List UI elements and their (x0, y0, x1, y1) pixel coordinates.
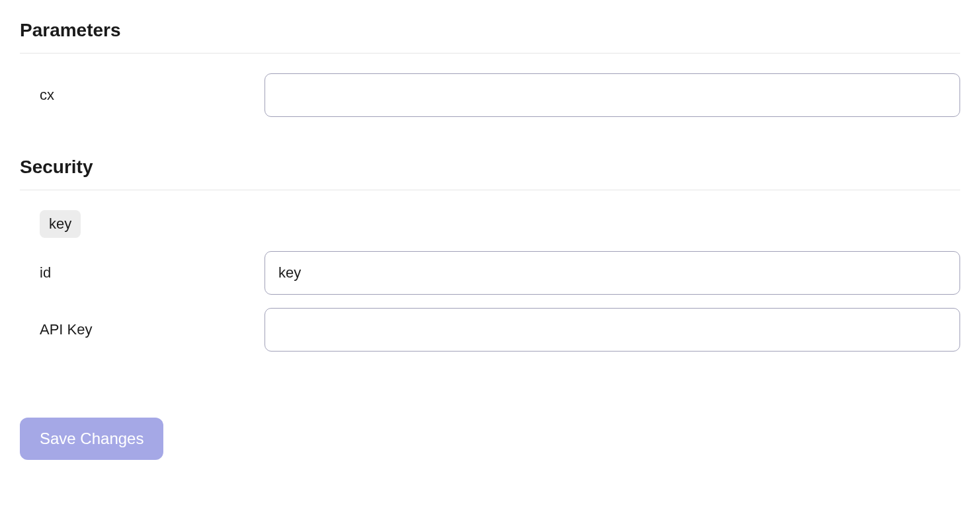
id-label: id (40, 264, 265, 281)
security-section: Security key id API Key (20, 157, 960, 352)
api-key-label: API Key (40, 321, 265, 338)
api-key-input[interactable] (265, 308, 960, 352)
id-input[interactable] (265, 251, 960, 295)
parameters-section: Parameters cx (20, 20, 960, 117)
cx-label: cx (40, 87, 265, 104)
save-changes-button[interactable]: Save Changes (20, 418, 163, 460)
security-title: Security (20, 157, 960, 190)
security-badge-row: key (20, 210, 960, 238)
key-badge: key (40, 210, 81, 238)
cx-input[interactable] (265, 73, 960, 117)
id-field-row: id (20, 251, 960, 295)
api-key-field-row: API Key (20, 308, 960, 352)
parameters-title: Parameters (20, 20, 960, 54)
cx-field-row: cx (20, 73, 960, 117)
